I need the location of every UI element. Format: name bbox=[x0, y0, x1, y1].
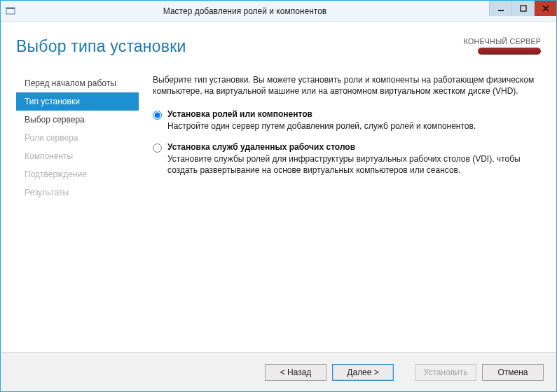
svg-rect-2 bbox=[498, 10, 504, 11]
svg-rect-1 bbox=[6, 8, 15, 9]
option-rds-radio[interactable] bbox=[153, 144, 162, 153]
sidebar-item-before-you-begin[interactable]: Перед началом работы bbox=[16, 74, 139, 92]
sidebar-item-label: Подтверждение bbox=[25, 169, 87, 179]
minimize-button[interactable] bbox=[489, 1, 511, 16]
sidebar-item-features: Компоненты bbox=[16, 147, 139, 165]
sidebar-item-label: Компоненты bbox=[25, 151, 73, 161]
option-title: Установка служб удаленных рабочих столов bbox=[167, 142, 541, 152]
option-desc: Установите службы ролей для инфраструкту… bbox=[167, 153, 541, 176]
target-server-box: КОНЕЧНЫЙ СЕРВЕР bbox=[464, 37, 541, 56]
sidebar-item-label: Выбор сервера bbox=[25, 115, 85, 125]
sidebar-item-confirmation: Подтверждение bbox=[16, 165, 139, 183]
columns: Перед началом работы Тип установки Выбор… bbox=[16, 74, 541, 345]
cancel-button[interactable]: Отмена bbox=[482, 364, 544, 381]
option-body: Установка ролей или компонентов Настройт… bbox=[167, 109, 541, 132]
wizard-footer: < Назад Далее > Установить Отмена bbox=[1, 352, 556, 391]
back-button[interactable]: < Назад bbox=[265, 364, 326, 381]
sidebar-item-results: Результаты bbox=[16, 183, 139, 202]
target-server-label: КОНЕЧНЫЙ СЕРВЕР bbox=[464, 37, 541, 46]
maximize-button[interactable] bbox=[511, 1, 534, 16]
wizard-sidebar: Перед началом работы Тип установки Выбор… bbox=[16, 74, 139, 345]
install-button: Установить bbox=[415, 364, 476, 381]
sidebar-item-installation-type[interactable]: Тип установки bbox=[16, 92, 139, 111]
option-rds[interactable]: Установка служб удаленных рабочих столов… bbox=[153, 142, 541, 176]
option-title: Установка ролей или компонентов bbox=[167, 109, 541, 119]
app-icon bbox=[1, 6, 20, 16]
option-body: Установка служб удаленных рабочих столов… bbox=[167, 142, 541, 176]
content-area: Выбор типа установки КОНЕЧНЫЙ СЕРВЕР Пер… bbox=[1, 22, 556, 352]
option-desc: Настройте один сервер путем добавления р… bbox=[167, 120, 541, 132]
header-row: Выбор типа установки КОНЕЧНЫЙ СЕРВЕР bbox=[16, 37, 541, 56]
sidebar-item-label: Результаты bbox=[25, 188, 69, 197]
close-button[interactable] bbox=[534, 1, 556, 16]
titlebar: Мастер добавления ролей и компонентов bbox=[1, 1, 556, 22]
window-title: Мастер добавления ролей и компонентов bbox=[20, 6, 489, 16]
page-title: Выбор типа установки bbox=[16, 37, 186, 56]
wizard-window: Мастер добавления ролей и компонентов Вы… bbox=[0, 0, 557, 392]
main-panel: Выберите тип установки. Вы можете устано… bbox=[139, 74, 541, 345]
option-role-based-radio[interactable] bbox=[153, 111, 162, 120]
window-controls bbox=[489, 1, 556, 21]
sidebar-item-label: Перед началом работы bbox=[25, 78, 116, 88]
svg-rect-3 bbox=[521, 6, 526, 11]
sidebar-item-server-roles: Роли сервера bbox=[16, 129, 139, 147]
sidebar-item-server-selection[interactable]: Выбор сервера bbox=[16, 111, 139, 129]
sidebar-item-label: Роли сервера bbox=[25, 133, 78, 143]
intro-text: Выберите тип установки. Вы можете устано… bbox=[153, 74, 541, 97]
wizard-body: Выбор типа установки КОНЕЧНЫЙ СЕРВЕР Пер… bbox=[1, 22, 556, 391]
sidebar-item-label: Тип установки bbox=[25, 97, 80, 106]
target-server-name-redacted bbox=[478, 48, 541, 55]
option-role-based[interactable]: Установка ролей или компонентов Настройт… bbox=[153, 109, 541, 132]
next-button[interactable]: Далее > bbox=[332, 364, 394, 381]
